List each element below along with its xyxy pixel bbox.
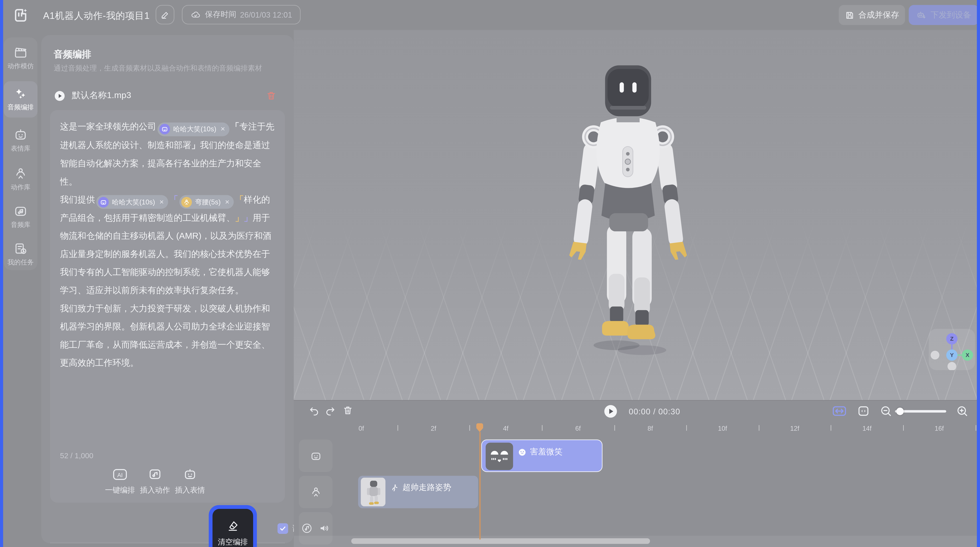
clear-arrange-button[interactable]: 清空编排 xyxy=(212,509,253,547)
viewport-3d[interactable]: Z X Y xyxy=(294,30,977,400)
app-window: A1机器人动作-我的项目1 保存时间 26/01/03 12:01 合成并保存 xyxy=(0,0,980,547)
rename-button[interactable] xyxy=(156,5,175,24)
action-clip-label: 超帅走路姿势 xyxy=(402,482,451,493)
action-clip[interactable]: 超帅走路姿势 xyxy=(358,476,478,508)
expression-tag[interactable]: 哈哈大笑(10s)× xyxy=(96,195,168,209)
ruler-label: 6f xyxy=(575,424,581,432)
span-bracket: 「 xyxy=(235,194,244,204)
synthesize-save-button[interactable]: 合成并保存 xyxy=(839,5,905,25)
sidebar-item-motion-mimic[interactable]: 动作模仿 xyxy=(4,40,38,76)
timeline-zoom-slider[interactable] xyxy=(895,410,946,413)
deploy-button[interactable]: 下发到设备 xyxy=(909,5,979,25)
action-track-head[interactable] xyxy=(299,476,332,508)
ruler-label: 14f xyxy=(862,424,872,432)
speaker-icon[interactable] xyxy=(319,523,330,534)
cloud-saved-icon xyxy=(191,10,200,20)
ruler-tick xyxy=(759,425,759,431)
timeline-ruler[interactable]: 0f2f4f6f8f10f12f14f16f xyxy=(294,422,977,437)
time-display: 00:00 / 00:30 xyxy=(629,407,680,416)
ruler-label: 2f xyxy=(431,424,436,432)
ai-icon: AI xyxy=(113,467,127,481)
expression-tag[interactable]: 哈哈大笑(10s)× xyxy=(158,122,229,136)
span-bracket: 」 xyxy=(235,212,244,222)
fit-timeline-icon[interactable] xyxy=(858,405,869,417)
axis-gizmo[interactable]: Z X Y xyxy=(929,329,975,370)
span-bracket: 」 xyxy=(191,140,200,150)
clapperboard-icon xyxy=(14,46,27,59)
music-box-icon xyxy=(14,204,27,218)
svg-text:AI: AI xyxy=(117,472,123,478)
sidebar-item-action-library[interactable]: 动作库 xyxy=(4,161,38,198)
ruler-tick xyxy=(903,425,904,431)
playhead-line xyxy=(479,432,480,540)
delete-audio-button[interactable] xyxy=(266,91,276,100)
panel-subtitle: 通过音频处理，生成音频素材以及融合动作和表情的音频编排素材 xyxy=(54,64,262,73)
undo-icon[interactable] xyxy=(309,406,320,416)
timeline-hscroll-thumb[interactable] xyxy=(351,538,650,544)
insert-expression-button[interactable]: 插入表情 xyxy=(172,467,207,496)
robot-render xyxy=(549,61,706,365)
span-bracket: 「 xyxy=(169,194,178,204)
audio-file-row: 默认名称1.mp3 xyxy=(54,88,281,104)
action-tag[interactable]: 弯腰(5s)× xyxy=(180,195,234,209)
char-counter: 52 / 1,000 xyxy=(60,451,94,460)
panel-title: 音频编排 xyxy=(54,49,91,61)
auto-follow-icon[interactable] xyxy=(833,406,846,416)
robot-deploy-icon xyxy=(916,10,926,20)
expression-tag-icon xyxy=(98,196,109,207)
insert-action-icon xyxy=(148,467,162,481)
person-icon xyxy=(14,167,27,181)
tag-label: 哈哈大笑(10s) xyxy=(173,120,216,138)
expression-clip[interactable]: 害羞微笑 xyxy=(481,439,602,472)
synthesize-save-label: 合成并保存 xyxy=(858,9,899,21)
action-track-icon xyxy=(310,486,321,498)
zoom-in-icon[interactable] xyxy=(956,405,968,417)
checkbox-checked-icon[interactable] xyxy=(277,523,288,533)
task-list-icon xyxy=(14,242,27,256)
app-logo-icon xyxy=(12,6,29,24)
ruler-tick xyxy=(975,425,976,431)
expression-track-head[interactable] xyxy=(299,439,332,472)
action-tag-icon xyxy=(181,196,192,207)
save-icon xyxy=(845,10,854,20)
delete-clip-icon[interactable] xyxy=(342,405,353,416)
play-button[interactable] xyxy=(604,404,617,418)
sidebar-item-audio-library[interactable]: 音频库 xyxy=(4,199,38,235)
sidebar-item-my-tasks[interactable]: 我的任务 xyxy=(4,236,38,273)
tag-remove-button[interactable]: × xyxy=(221,120,225,138)
ruler-label: 16f xyxy=(935,424,944,432)
expression-track-icon xyxy=(310,450,321,462)
tag-remove-button[interactable]: × xyxy=(225,193,229,211)
ruler-tick xyxy=(614,425,615,431)
deploy-label: 下发到设备 xyxy=(931,9,971,21)
ruler-label: 4f xyxy=(503,424,509,432)
script-text: 用于物流和仓储的自主移动机器人 (AMR)，以及为医疗和酒店业量身定制的服务机器… xyxy=(60,212,271,368)
play-audio-button[interactable] xyxy=(54,89,66,102)
smile-icon xyxy=(518,448,526,456)
sidebar-item-audio-arrange[interactable]: 音频编排 xyxy=(4,81,38,118)
save-time: 26/01/03 12:01 xyxy=(240,10,292,19)
ruler-label: 12f xyxy=(790,424,799,432)
ruler-tick xyxy=(469,425,470,431)
action-clip-thumbnail xyxy=(361,477,386,506)
left-edge-highlight xyxy=(0,0,3,547)
sidebar-item-expression-library[interactable]: 表情库 xyxy=(4,123,38,159)
slider-knob[interactable] xyxy=(896,408,904,415)
save-status: 保存时间 26/01/03 12:01 xyxy=(182,5,301,24)
timeline-hscroll-track[interactable] xyxy=(294,536,977,547)
expression-clip-thumbnail xyxy=(486,443,513,470)
redo-icon[interactable] xyxy=(325,406,336,416)
right-edge-highlight xyxy=(977,0,980,547)
audio-track-icon xyxy=(301,523,312,534)
script-editor[interactable]: 这是一家全球领先的公司哈哈大笑(10s)×「专注于先进机器人系统的设计、制造和部… xyxy=(60,118,275,443)
one-click-arrange-button[interactable]: AI 一键编排 xyxy=(102,467,137,496)
tag-remove-button[interactable]: × xyxy=(159,193,164,211)
save-label: 保存时间 xyxy=(205,9,236,20)
audio-file-name: 默认名称1.mp3 xyxy=(72,90,131,101)
script-editor-card[interactable]: 这是一家全球领先的公司哈哈大笑(10s)×「专注于先进机器人系统的设计、制造和部… xyxy=(50,110,285,502)
zoom-out-icon[interactable] xyxy=(880,405,892,417)
ruler-tick xyxy=(397,425,398,431)
walking-person-icon xyxy=(391,484,399,492)
insert-action-button[interactable]: 插入动作 xyxy=(137,467,172,496)
clear-broom-icon xyxy=(227,520,239,532)
